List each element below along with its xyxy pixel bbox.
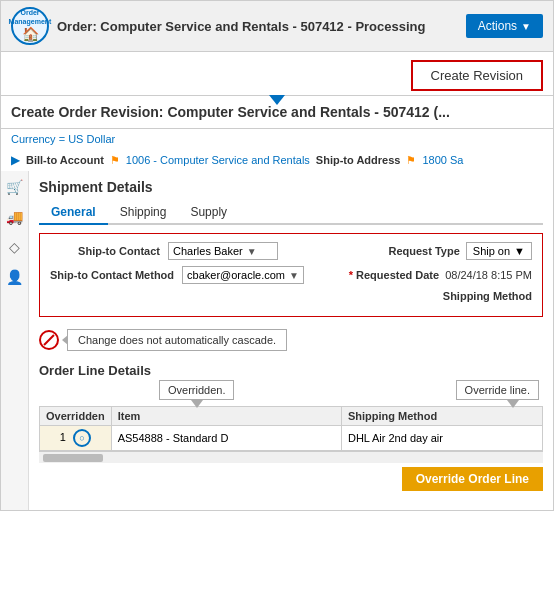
- create-revision-area: Create Revision: [0, 52, 554, 96]
- required-star: *: [349, 269, 353, 281]
- warning-bubble: Change does not automatically cascade.: [67, 329, 287, 351]
- create-revision-button[interactable]: Create Revision: [411, 60, 544, 91]
- request-type-dropdown-icon: ▼: [514, 245, 525, 257]
- ship-to-value: 1800 Sa: [422, 154, 463, 166]
- ship-to-contact-label: Ship-to Contact: [50, 245, 160, 257]
- request-type-select[interactable]: Ship on ▼: [466, 242, 532, 260]
- warning-row: Change does not automatically cascade.: [39, 325, 543, 355]
- contact-method-value: cbaker@oracle.com: [187, 269, 285, 281]
- cart-icon[interactable]: 🛒: [6, 179, 23, 195]
- table-header-row: Overridden Item Shipping Method: [40, 407, 543, 426]
- top-bar: Order Management 🏠 Order: Computer Servi…: [0, 0, 554, 52]
- requested-date-label: * Requested Date: [349, 269, 439, 281]
- currency-bar: Currency = US Dollar: [0, 129, 554, 149]
- bill-to-label: Bill-to Account: [26, 154, 104, 166]
- fields-row: ▶ Bill-to Account ⚑ 1006 - Computer Serv…: [0, 149, 554, 171]
- page-title: Order: Computer Service and Rentals - 50…: [57, 19, 425, 34]
- row-shipping-method: DHL Air 2nd day air: [341, 426, 542, 451]
- scroll-bar[interactable]: [39, 451, 543, 463]
- tab-general[interactable]: General: [39, 201, 108, 225]
- bill-to-value: 1006 - Computer Service and Rentals: [126, 154, 310, 166]
- actions-button[interactable]: Actions ▼: [466, 14, 543, 38]
- overridden-tooltip-arrow: [191, 400, 203, 408]
- override-line-tooltip: Override line.: [456, 380, 539, 400]
- request-type-group: Request Type Ship on ▼: [388, 242, 532, 260]
- ship-to-contact-value: Charles Baker: [173, 245, 243, 257]
- ship-to-contact-select[interactable]: Charles Baker ▼: [168, 242, 278, 260]
- ship-to-label: Ship-to Address: [316, 154, 401, 166]
- contact-method-dropdown-icon: ▼: [289, 270, 299, 281]
- col-shipping-method: Shipping Method: [341, 407, 542, 426]
- tab-supply[interactable]: Supply: [178, 201, 239, 225]
- requested-date-value: 08/24/18 8:15 PM: [445, 269, 532, 281]
- shipment-details-header: Shipment Details: [39, 179, 543, 195]
- contact-method-label: Ship-to Contact Method: [50, 269, 174, 281]
- col-overridden: Overridden: [40, 407, 112, 426]
- diamond-icon[interactable]: ◇: [9, 239, 20, 255]
- form-row-2: Ship-to Contact Method cbaker@oracle.com…: [50, 266, 532, 284]
- tabs: General Shipping Supply: [39, 201, 543, 225]
- overridden-tooltip-container: Overridden.: [159, 380, 234, 408]
- contact-method-select[interactable]: cbaker@oracle.com ▼: [182, 266, 304, 284]
- bill-to-warning-icon: ⚑: [110, 154, 120, 167]
- request-type-label: Request Type: [388, 245, 459, 257]
- logo-area: Order Management 🏠 Order: Computer Servi…: [11, 7, 425, 45]
- form-row-1: Ship-to Contact Charles Baker ▼ Request …: [50, 242, 532, 260]
- row-item: AS54888 - Standard D: [111, 426, 341, 451]
- override-area: Override Order Line: [39, 467, 543, 491]
- no-cascade-icon: [39, 330, 59, 350]
- override-line-tooltip-container: Override line.: [456, 380, 539, 408]
- col-item: Item: [111, 407, 341, 426]
- shipment-form-box: Ship-to Contact Charles Baker ▼ Request …: [39, 233, 543, 317]
- order-management-logo: Order Management 🏠: [11, 7, 49, 45]
- people-icon[interactable]: 👤: [6, 269, 23, 285]
- form-row-3: Shipping Method: [50, 290, 532, 302]
- sidebar-icons: 🛒 🚚 ◇ 👤: [1, 171, 29, 510]
- overridden-tooltip: Overridden.: [159, 380, 234, 400]
- ship-to-warning-icon: ⚑: [406, 154, 416, 167]
- truck-icon[interactable]: 🚚: [6, 209, 23, 225]
- row-circle-icon[interactable]: ○: [73, 429, 91, 447]
- arrow-down-icon: [269, 95, 285, 105]
- order-line-details-header: Order Line Details: [39, 363, 543, 378]
- override-line-tooltip-arrow: [507, 400, 519, 408]
- override-order-line-button[interactable]: Override Order Line: [402, 467, 543, 491]
- requested-date-group: * Requested Date 08/24/18 8:15 PM: [349, 269, 532, 281]
- content-panel: Shipment Details General Shipping Supply…: [29, 171, 553, 510]
- shipping-method-label: Shipping Method: [443, 290, 532, 302]
- main-content: 🛒 🚚 ◇ 👤 Shipment Details General Shippin…: [0, 171, 554, 511]
- chevron-down-icon: ▼: [521, 21, 531, 32]
- order-line-table: Overridden Item Shipping Method 1: [39, 406, 543, 451]
- table-row: 1 ○ AS54888 - Standard D DHL Air 2nd day…: [40, 426, 543, 451]
- scroll-thumb[interactable]: [43, 454, 103, 462]
- row-number: 1 ○: [40, 426, 112, 451]
- expand-arrow-icon[interactable]: ▶: [11, 153, 20, 167]
- ship-to-contact-dropdown-icon: ▼: [247, 246, 257, 257]
- table-container: Overridden. Override line.: [39, 406, 543, 463]
- shipping-method-group: Shipping Method: [443, 290, 532, 302]
- tab-shipping[interactable]: Shipping: [108, 201, 179, 225]
- request-type-value: Ship on: [473, 245, 510, 257]
